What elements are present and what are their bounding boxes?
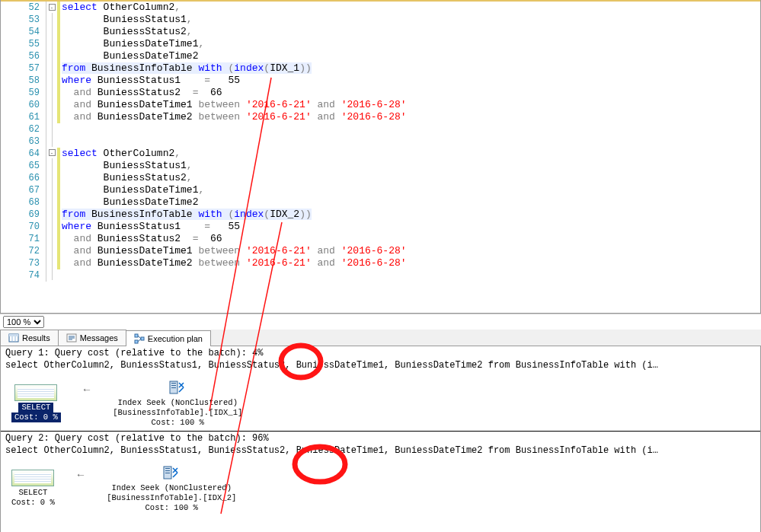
index-seek-node[interactable]: Index Seek (NonClustered) [BusinessInfoT… [113,378,242,428]
code-editor[interactable]: 5253545556575859606162636465666768697071… [0,0,761,314]
index-seek-icon [162,464,181,482]
plan-sql: select OtherColumn2, BuniessStatus1, Bun… [1,360,760,372]
zoom-select[interactable]: 100 % [3,316,44,328]
svg-rect-18 [165,468,170,469]
index-seek-icon [168,378,187,397]
index-seek-node[interactable]: Index Seek (NonClustered) [BusinessInfoT… [107,464,236,513]
svg-rect-8 [135,334,138,337]
svg-rect-9 [135,340,138,343]
table-icon [11,470,54,486]
fold-column[interactable]: -- [46,2,57,280]
execplan-icon [134,333,145,344]
table-icon [14,384,57,401]
tab-label: Messages [80,333,118,342]
svg-rect-14 [171,383,176,384]
plan-arrow-icon: ← [84,384,90,396]
code-lines[interactable]: select OtherColumn2, BuniessStatus1, Bun… [62,2,760,282]
plan-header: Query 1: Query cost (relative to the bat… [1,346,760,360]
svg-rect-1 [9,334,18,336]
svg-rect-19 [165,470,170,471]
svg-line-12 [138,339,141,342]
svg-rect-15 [171,385,176,386]
svg-line-11 [138,336,141,339]
tab-label: Results [22,333,50,342]
svg-rect-10 [141,337,144,340]
plan-sql: select OtherColumn2, BuniessStatus1, Bun… [1,445,760,457]
results-tabs: ResultsMessagesExecution plan [0,330,761,346]
select-node[interactable]: SELECT Cost: 0 % [11,384,61,422]
svg-rect-20 [165,473,170,473]
svg-rect-16 [171,387,176,388]
line-gutter: 5253545556575859606162636465666768697071… [1,2,46,282]
zoom-bar: 100 % [0,314,761,330]
tab-execplan[interactable]: Execution plan [126,330,211,346]
messages-icon [66,333,77,343]
change-bar [57,2,60,282]
plan-header: Query 2: Query cost (relative to the bat… [1,432,760,445]
tab-messages[interactable]: Messages [58,330,126,346]
select-node[interactable]: SELECT Cost: 0 % [11,470,55,508]
tab-label: Execution plan [148,334,203,343]
execution-plan-panel[interactable]: Query 1: Query cost (relative to the bat… [0,346,761,532]
plan-arrow-icon: ← [78,469,84,481]
query-plan-1: Query 1: Query cost (relative to the bat… [1,346,760,431]
query-plan-2: Query 2: Query cost (relative to the bat… [1,431,760,516]
results-icon [8,333,19,343]
tab-results[interactable]: Results [0,330,59,346]
